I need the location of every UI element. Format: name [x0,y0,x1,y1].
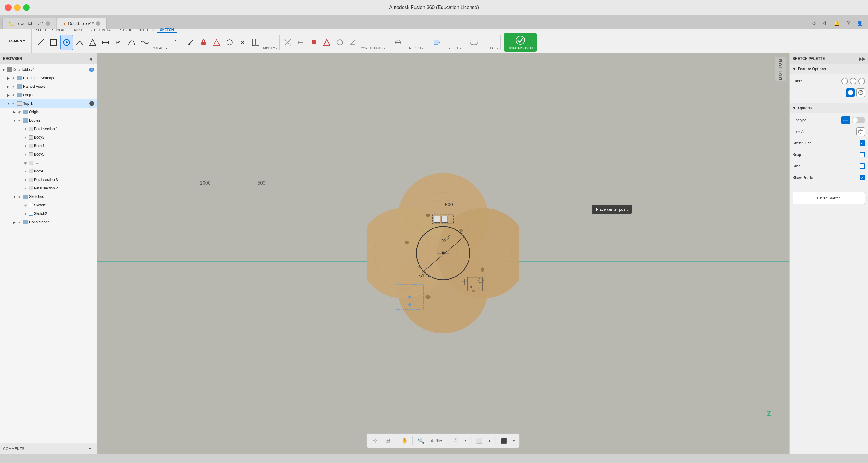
eye-origin[interactable]: ● [11,93,16,97]
notifications-button[interactable]: 🔔 [832,19,841,28]
mode-surface[interactable]: SURFACE [49,27,71,33]
slice-checkbox[interactable]: ✓ [860,163,865,169]
tree-item-construction[interactable]: ▶ ● Construction [0,218,97,226]
arc-tool[interactable] [73,35,86,50]
rect-tool[interactable] [47,35,60,50]
look-at-btn[interactable] [857,127,865,136]
triangle-tool[interactable] [86,35,99,50]
constraint2[interactable] [294,35,307,50]
feature-options-header[interactable]: ▼ Feature Options [789,64,868,74]
finish-sketch-toolbar-button[interactable]: FINISH SKETCH ▾ [504,33,537,52]
expand-bodies[interactable]: ▼ [12,118,17,123]
viewport-dropdown[interactable]: ▾ [486,439,493,442]
constraint5[interactable] [334,35,346,50]
constraint4[interactable] [320,35,333,50]
eye-body3[interactable]: ● [23,135,28,140]
show-profile-checkbox[interactable]: ✓ [860,175,865,180]
tree-item-doc-settings[interactable]: ▶ ● Document Settings [0,74,97,82]
viewport[interactable]: ⌀177 60.0° 500 ⊞ [97,53,789,454]
display-dropdown[interactable]: ▾ [462,439,468,442]
circle-2pt-radio[interactable] [850,78,857,85]
linetype-toggle[interactable] [851,117,865,124]
circle-3pt-radio[interactable] [858,78,865,85]
constraint3[interactable] [307,35,320,50]
spline-tool[interactable] [125,35,138,50]
expand-doc[interactable]: ▶ [6,76,11,80]
eye-sketch2[interactable]: ● [23,211,28,216]
eye-body5[interactable]: ● [23,152,28,157]
tree-item-body5[interactable]: ● Body5 [0,150,97,159]
eye-sketch1[interactable]: ◉ [23,203,28,208]
insert-button[interactable] [428,35,446,50]
design-button[interactable]: DESIGN ▾ [5,32,29,50]
tree-item-sketch2[interactable]: ● Sketch2 [0,209,97,218]
expand-origin[interactable]: ▶ [6,93,11,97]
ground-dropdown[interactable]: ▾ [510,439,517,442]
close-button[interactable] [5,4,11,11]
mode-mesh[interactable]: MESH [71,27,87,33]
options-header[interactable]: ▼ Options [789,103,868,113]
select-button[interactable] [465,35,483,50]
circle-center-radio[interactable] [841,78,848,85]
sidebar-collapse-button[interactable]: ◀ [88,56,94,62]
sketch-grid-checkbox[interactable]: ✓ [860,140,865,146]
mode-plastic[interactable]: PLASTIC [115,27,135,33]
tree-item-top-origin[interactable]: ▶ ◉ Origin [0,108,97,116]
expand-top1[interactable]: ▼ [6,101,11,106]
tree-item-sketches[interactable]: ▼ ● Sketches [0,193,97,201]
constraint6[interactable] [346,35,359,50]
eye-petal1[interactable]: ● [23,127,28,131]
offset-tool[interactable] [184,35,197,50]
viewport-menu-bottom[interactable]: ⬜ [474,435,485,447]
tree-item-body-extra[interactable]: ◉ 1... [0,159,97,167]
tree-item-petal2[interactable]: ● Petal section 2 [0,184,97,193]
scissors-tool[interactable]: ✂ [112,35,125,50]
snap-checkbox[interactable]: ✓ [860,152,865,157]
move-tool-bottom[interactable]: ⊹ [369,435,381,447]
expand-sketches[interactable]: ▼ [12,194,17,199]
inspect-button[interactable]: 1000 [389,35,407,50]
project-tool[interactable] [236,35,249,50]
profile-button[interactable]: 👤 [855,19,864,28]
expand-named-views[interactable]: ▶ [6,84,11,89]
display-tool-bottom[interactable]: 🖥 [450,435,461,447]
eye-doc[interactable]: ● [11,76,16,80]
tab-close-2[interactable]: × [96,22,100,26]
tree-item-sketch1[interactable]: ◉ Sketch1 [0,201,97,209]
tab-history-button[interactable]: ① [821,19,830,28]
expand-root[interactable]: ▼ [1,67,6,72]
tree-item-body4[interactable]: ● Body4 [0,142,97,150]
line-tool[interactable] [34,35,47,50]
mode-utilities[interactable]: UTILITIES [135,27,157,33]
eye-body6[interactable]: ● [23,169,28,174]
mirror-tool[interactable] [223,35,236,50]
eye-top-origin[interactable]: ◉ [17,109,22,114]
add-comment-button[interactable]: + [86,445,94,453]
mode-sheet-metal[interactable]: SHEET METAL [87,27,115,33]
tree-item-petal1[interactable]: ● Petal section 1 [0,125,97,133]
tree-item-named-views[interactable]: ▶ ● Named Views [0,82,97,91]
linetype-solid-btn[interactable] [841,116,850,124]
tab-close-1[interactable]: × [46,22,50,26]
zoom-tool-bottom[interactable]: 🔍 [415,435,427,447]
mode-solid[interactable]: SOLID [33,27,49,33]
dimension-tool[interactable] [99,35,112,50]
pan-tool-bottom[interactable]: ✋ [399,435,410,447]
eye-body-extra[interactable]: ◉ [23,160,28,165]
eye-petal3[interactable]: ● [23,177,28,182]
eye-bodies[interactable]: ● [17,118,22,123]
circle-outline-icon-btn[interactable] [857,88,865,97]
palette-expand-button[interactable]: ▶▶ [859,56,865,62]
ground-toggle-bottom[interactable]: ⬛ [498,435,509,447]
constraint1[interactable] [281,35,294,50]
eye-petal2[interactable]: ● [23,186,28,191]
expand-top-origin[interactable]: ▶ [12,109,17,114]
grid-tool-bottom[interactable]: ⊞ [382,435,394,447]
pattern-tool[interactable] [249,35,262,50]
eye-sketches[interactable]: ● [17,194,22,199]
mode-sketch[interactable]: SKETCH [157,27,177,33]
help-button[interactable]: ? [844,19,853,28]
maximize-button[interactable] [23,4,30,11]
tab-refresh-button[interactable]: ↺ [809,19,818,28]
circle-tool[interactable] [60,35,73,50]
